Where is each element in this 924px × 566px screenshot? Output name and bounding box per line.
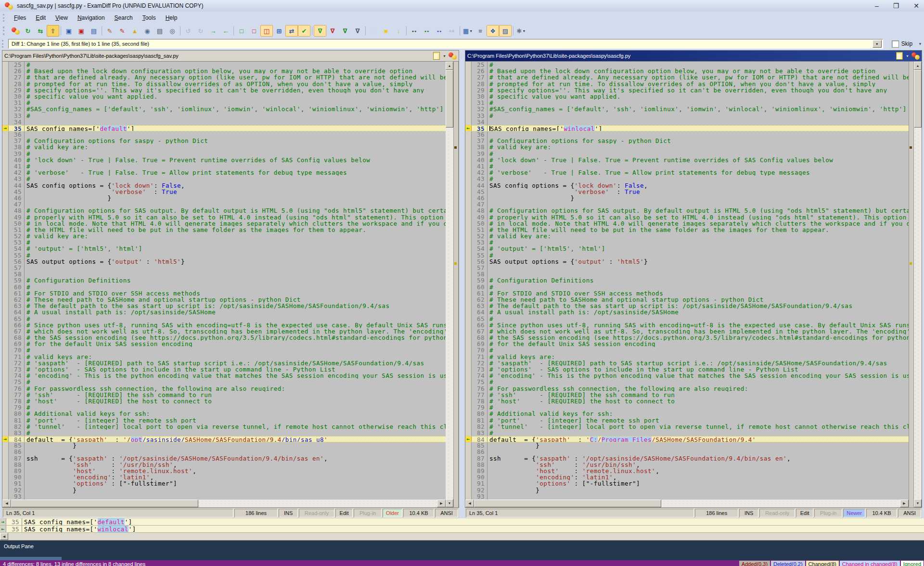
save-result-icon[interactable]: ▲ (128, 25, 141, 37)
compare-icon[interactable] (911, 52, 920, 60)
legend-badge[interactable]: Changed in changed(8) (840, 561, 900, 566)
plugins-icon[interactable]: ❖ (487, 25, 499, 37)
scroll-thumb[interactable] (446, 70, 453, 128)
show-diff-lines-filter-icon[interactable]: ∇ (326, 25, 339, 37)
menu-gripper[interactable] (3, 14, 8, 22)
file-path-header[interactable]: C:\Program Files\Python\Python37\Lib\sit… (465, 51, 922, 62)
toolbar-overflow-chevron[interactable]: ▼ (918, 42, 922, 46)
scroll-down-button[interactable]: ▼ (914, 499, 922, 507)
print-preview-icon[interactable]: ◎ (166, 25, 179, 37)
save-first-icon[interactable]: ▣ (63, 25, 75, 37)
horizontal-scrollbar[interactable]: ◀▶ (2, 500, 446, 507)
menu-help[interactable]: Help (161, 13, 182, 23)
merge-left-marker-icon[interactable]: ← (0, 526, 6, 532)
toolbar-gripper[interactable] (3, 26, 8, 35)
next-diff-icon[interactable]: ↓ (392, 25, 405, 37)
legend-badge[interactable]: Changed(8) (806, 561, 839, 566)
current-diff-combo[interactable]: Diff 1: Change 1 line (35, first file) t… (8, 39, 883, 49)
vertical-scrollbar[interactable]: ▲▼ (914, 62, 922, 507)
settings-gear-icon[interactable]: ✱▼ (515, 25, 527, 37)
restore-button[interactable]: ❐ (893, 2, 899, 10)
merge-right-marker-icon[interactable]: → (2, 126, 9, 131)
legend-badge[interactable]: Deleted(0,2) (771, 561, 805, 566)
replace-icon[interactable]: AB (446, 25, 458, 37)
merge-left-marker-icon[interactable]: ← (465, 437, 472, 442)
show-all-lines-filter-icon[interactable]: ∇ (314, 25, 326, 37)
grid-view-icon[interactable]: ⊞ (273, 25, 285, 37)
compare-files-icon[interactable] (9, 25, 22, 37)
code-view[interactable]: 25#26# Based upon the lock_down configur… (465, 62, 909, 500)
recompare-options-icon[interactable]: ⇆ (34, 25, 47, 37)
split-view-icon[interactable]: ◫ (260, 25, 273, 37)
recent-files-icon[interactable] (433, 52, 440, 60)
toolbar: ↻⇆⇧▣▣▤✎✎▲◉▤◎↺↻→←□□◫⊞⇄✔∇∇∇∇↑■↓●●●●●●AB▦▼≡… (0, 24, 924, 38)
show-first-pane-icon[interactable]: □ (235, 25, 248, 37)
previous-diff-icon[interactable]: ↑ (367, 25, 380, 37)
legend-badge[interactable]: Ignored (901, 561, 924, 566)
code-line: 61# For STDIO and STDIO over SSH access … (465, 290, 909, 296)
menu-edit[interactable]: Edit (31, 13, 51, 23)
recent-files-dropdown[interactable]: ▼ (906, 54, 909, 58)
minimize-button[interactable]: – (875, 2, 879, 10)
edit-report-icon[interactable]: ▨ (499, 25, 512, 37)
show-matching-lines-filter-icon[interactable]: ∇ (339, 25, 351, 37)
diffbar-gripper[interactable] (2, 40, 7, 48)
scroll-thumb[interactable] (474, 500, 661, 507)
save-both-icon[interactable]: ▤ (88, 25, 100, 37)
statistics-icon[interactable]: ▦▼ (462, 25, 474, 37)
menu-files[interactable]: Files (9, 13, 31, 23)
scroll-right-button[interactable]: ▶ (437, 500, 446, 507)
scroll-up-button[interactable]: ▲ (914, 62, 922, 70)
menu-tools[interactable]: Tools (138, 13, 161, 23)
scroll-left-button[interactable]: ◀ (2, 500, 11, 507)
close-button[interactable]: ✕ (913, 2, 919, 10)
menu-search[interactable]: Search (110, 13, 138, 23)
recent-files-icon[interactable] (896, 52, 903, 60)
options-check-icon[interactable]: ✔ (298, 25, 310, 37)
edit-first-icon[interactable]: ✎ (103, 25, 116, 37)
scroll-down-button[interactable]: ▼ (446, 499, 453, 507)
file-path-header[interactable]: C:\Program Files\Python\Python37\Lib\sit… (2, 51, 459, 62)
skip-checkbox[interactable] (892, 40, 899, 48)
find-files-icon[interactable]: ●● (433, 25, 446, 37)
compare-icon[interactable] (449, 52, 457, 60)
merge-left-marker-icon[interactable]: ← (465, 126, 472, 131)
copy-left-icon[interactable]: ← (219, 25, 232, 37)
save-second-icon[interactable]: ▣ (75, 25, 88, 37)
code-view[interactable]: 25#26# Based upon the lock_down configur… (2, 62, 446, 500)
print-icon[interactable]: ▤ (154, 25, 166, 37)
undo-icon[interactable]: ↺ (182, 25, 194, 37)
menu-view[interactable]: View (51, 13, 73, 23)
edit-second-icon[interactable]: ✎ (116, 25, 128, 37)
scroll-up-button[interactable]: ▲ (446, 62, 453, 70)
find-next-icon[interactable]: ●● (421, 25, 433, 37)
menu-navigation[interactable]: Navigation (73, 13, 110, 23)
diff-combo-dropdown[interactable]: ▼ (873, 40, 882, 48)
vertical-scrollbar[interactable]: ▲▼ (446, 62, 453, 507)
copy-right-icon[interactable]: → (207, 25, 219, 37)
merge-right-marker-icon[interactable]: → (0, 518, 6, 525)
scroll-left-button[interactable]: ◀ (465, 500, 474, 507)
line-marker-gutter (2, 100, 9, 106)
open-files-icon[interactable]: ⇧ (47, 25, 59, 37)
swap-panes-icon[interactable]: ⇄ (285, 25, 298, 37)
find-icon[interactable]: ●● (408, 25, 421, 37)
recompare-icon[interactable]: ↻ (22, 25, 34, 37)
scroll-thumb[interactable] (914, 70, 922, 128)
merge-right-marker-icon[interactable]: → (2, 437, 9, 442)
word-wrap-icon[interactable]: ≡ (474, 25, 487, 37)
horizontal-scrollbar[interactable]: ◀▶ (465, 500, 909, 507)
line-number: 81 (9, 417, 25, 424)
scroll-thumb[interactable] (11, 500, 198, 507)
output-pane-tab[interactable]: Output Pane (4, 543, 34, 549)
filter-search-icon[interactable]: ∇ (351, 25, 364, 37)
recent-files-dropdown[interactable]: ▼ (443, 54, 446, 58)
show-second-pane-icon[interactable]: □ (248, 25, 260, 37)
compare-selection-icon[interactable]: ◉ (141, 25, 154, 37)
code-line: 93 (465, 493, 909, 500)
redo-icon[interactable]: ↻ (194, 25, 207, 37)
detail-scroll-left-button[interactable]: ◀ (0, 533, 8, 540)
legend-badge[interactable]: Added(0,3) (739, 561, 770, 566)
current-diff-icon[interactable]: ■ (380, 25, 392, 37)
scroll-right-button[interactable]: ▶ (900, 500, 909, 507)
